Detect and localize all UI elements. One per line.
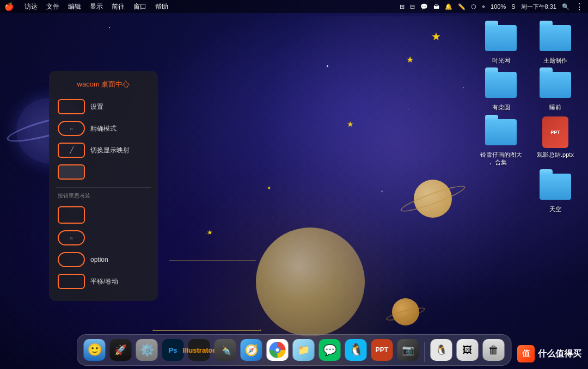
- menu-go[interactable]: 前往: [112, 2, 125, 11]
- wacom-btn-large: [58, 206, 85, 224]
- menu-icon-bluetooth: ⬡: [471, 3, 476, 10]
- desktop-icon-shiguang[interactable]: 时光网: [479, 22, 523, 64]
- menu-icon-grid: ⊞: [400, 3, 405, 10]
- folder-lingxue-img: [485, 116, 517, 149]
- menubar-left: 🍎 访达 文件 编辑 显示 前往 窗口 帮助: [4, 2, 168, 11]
- desktop-icon-theme[interactable]: 主题制作: [534, 22, 577, 64]
- dock-item-wechat[interactable]: 💬: [318, 338, 342, 362]
- folder-shuiqian-label: 睡前: [549, 103, 561, 111]
- prefs-icon: ⚙️: [136, 339, 158, 361]
- icon-row-2: 有柴圆 睡前: [479, 69, 577, 111]
- wacom-btn-1: [58, 99, 85, 114]
- wacom-btn-oval2: [58, 230, 85, 245]
- wacom-item-largebtn[interactable]: [56, 203, 151, 227]
- apple-logo[interactable]: 🍎: [4, 2, 14, 11]
- menu-dots[interactable]: ⋮: [575, 2, 584, 12]
- dock-item-photo[interactable]: 🖼: [456, 338, 480, 362]
- menu-view[interactable]: 显示: [90, 2, 103, 11]
- wacom-label-pan: 平移/卷动: [90, 277, 118, 286]
- wacom-item-filled[interactable]: [56, 161, 151, 183]
- folder-shiguang: [485, 25, 517, 51]
- ppt-icon: PPT: [371, 339, 393, 361]
- desktop-icon-lingxue[interactable]: 铃雪仔画的图大合集: [479, 116, 523, 167]
- trash-icon: 🗑: [483, 339, 505, 361]
- pptx-icon-img: PPT: [539, 116, 572, 149]
- dock-item-finder[interactable]: 🙂: [83, 338, 107, 362]
- wacom-item-pan[interactable]: 平移/卷动: [56, 270, 151, 292]
- menubar-right: ⊞ ⊟ 💬 🏔 🔔 ✏️ ⬡ ⌖ 100% S 周一下午8:31 🔍 ⋮: [400, 2, 584, 12]
- wacom-btn-2: [58, 121, 85, 136]
- camera-symbol: 📷: [402, 344, 414, 356]
- chrome-icon: [267, 339, 289, 361]
- folder-youchai: [485, 72, 517, 98]
- icon-row-4: 天空: [479, 170, 577, 213]
- menu-edit[interactable]: 编辑: [68, 2, 81, 11]
- watermark-logo: 值: [517, 345, 535, 362]
- menu-help[interactable]: 帮助: [155, 2, 168, 11]
- folder-tiankon-label: 天空: [549, 205, 561, 213]
- linux-icon: 🐧: [431, 339, 452, 361]
- wacom-item-settings[interactable]: 设置: [56, 96, 151, 118]
- gear-icon: ⚙️: [139, 343, 154, 357]
- desktop-icon-youchai[interactable]: 有柴圆: [479, 69, 523, 111]
- menubar: 🍎 访达 文件 编辑 显示 前往 窗口 帮助 ⊞ ⊟ 💬 🏔 🔔 ✏️ ⬡ ⌖ …: [0, 0, 588, 13]
- photo-icon: 🖼: [457, 339, 479, 361]
- launchpad-grid: 🚀: [115, 344, 127, 356]
- icon-row-3: 铃雪仔画的图大合集 PPT 观影总结.pptx: [479, 116, 577, 167]
- dock-item-prefs[interactable]: ⚙️: [135, 338, 159, 362]
- desktop-icon-shuiqian[interactable]: 睡前: [534, 69, 577, 111]
- dock-separator: [425, 342, 425, 362]
- folder-theme: [540, 25, 571, 51]
- menu-time: 周一下午8:31: [521, 3, 556, 11]
- folder-tiankon: [540, 174, 571, 200]
- desktop-icon-tiankon[interactable]: 天空: [534, 170, 577, 213]
- watermark-text: 什么值得买: [538, 348, 581, 360]
- pen-icon: ✒️: [215, 339, 236, 361]
- wacom-btn-3: [58, 143, 85, 158]
- folder-lingxue: [485, 119, 517, 145]
- ai-label: Illustrator: [183, 346, 216, 354]
- dock-item-safari[interactable]: 🧭: [240, 338, 264, 362]
- files-symbol: 📁: [298, 344, 310, 356]
- wacom-item-precise[interactable]: 精确模式: [56, 118, 151, 139]
- wacom-title: wacom 桌面中心: [56, 79, 151, 89]
- dock-item-ps[interactable]: Ps: [161, 338, 185, 362]
- menu-icon-bell: 🔔: [445, 3, 452, 10]
- star-shape-3: ★: [207, 229, 213, 236]
- desktop-icon-pptx[interactable]: PPT 观影总结.pptx: [534, 116, 577, 167]
- dock-item-linux[interactable]: 🐧: [430, 338, 454, 362]
- dock-item-ai[interactable]: Illustrator: [187, 338, 211, 362]
- dock-item-files[interactable]: 📁: [292, 338, 316, 362]
- dock-item-trash[interactable]: 🗑: [482, 338, 506, 362]
- menu-finder[interactable]: 访达: [24, 2, 38, 11]
- menu-icon-search[interactable]: 🔍: [562, 3, 569, 10]
- dock-item-qq[interactable]: 🐧: [344, 338, 368, 362]
- menu-window[interactable]: 窗口: [133, 2, 146, 11]
- dock-item-camera[interactable]: 📷: [396, 338, 420, 362]
- dock-item-launchpad[interactable]: 🚀: [109, 338, 133, 362]
- icon-row-1: 时光网 主题制作: [479, 22, 577, 64]
- desktop: ★ ★ ★ ✦ ★ 🍎 访达 文件 编辑 显示 前往 窗口 帮助 ⊞ ⊟ 💬 🏔…: [0, 0, 588, 369]
- folder-youchai-label: 有柴圆: [492, 103, 510, 111]
- menu-icon-s: S: [511, 3, 515, 10]
- photo-symbol: 🖼: [463, 345, 473, 356]
- wacom-panel: wacom 桌面中心 设置 精确模式 切换显示映射 按钮里思考装: [49, 71, 158, 301]
- dock-item-chrome[interactable]: [266, 338, 290, 362]
- folder-shiguang-label: 时光网: [492, 57, 510, 64]
- dock-item-ppt[interactable]: PPT: [370, 338, 394, 362]
- pen-symbol: ✒️: [219, 344, 231, 356]
- menu-icon-mountain: 🏔: [433, 3, 439, 10]
- chrome-center: [274, 347, 281, 353]
- menu-file[interactable]: 文件: [46, 2, 59, 11]
- wacom-section2-title: 按钮里思考装: [58, 192, 149, 200]
- pptx-label-inner: PPT: [550, 130, 560, 135]
- folder-lingxue-label: 铃雪仔画的图大合集: [479, 151, 523, 167]
- ps-icon: Ps: [162, 339, 184, 361]
- dock-item-pen[interactable]: ✒️: [213, 338, 237, 362]
- wacom-item-option[interactable]: option: [56, 249, 151, 270]
- menu-battery: 100%: [491, 3, 506, 10]
- wacom-item-oval2[interactable]: [56, 227, 151, 249]
- folder-icon-img: [485, 22, 517, 54]
- wacom-item-display[interactable]: 切换显示映射: [56, 139, 151, 161]
- star-deco: [109, 27, 110, 28]
